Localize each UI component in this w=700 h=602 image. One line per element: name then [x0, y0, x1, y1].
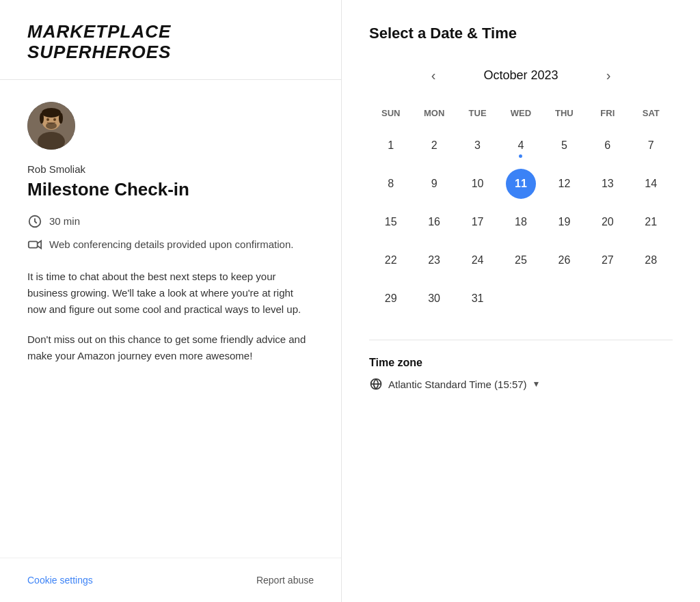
calendar-cell[interactable]: 25	[499, 241, 542, 279]
svg-rect-10	[29, 241, 38, 247]
video-icon	[27, 237, 42, 252]
calendar-grid: SUNMONTUEWEDTHUFRISAT 123456789101112131…	[369, 102, 673, 318]
next-month-button[interactable]: ›	[597, 64, 619, 86]
avatar	[27, 102, 75, 150]
calendar-cell[interactable]: 2	[412, 126, 455, 165]
duration-row: 30 min	[27, 214, 314, 229]
calendar-cell	[543, 279, 586, 318]
calendar-cell[interactable]: 28	[630, 241, 673, 279]
calendar-dow-mon: MON	[412, 102, 455, 126]
calendar-dow-fri: FRI	[586, 102, 629, 126]
svg-point-6	[46, 118, 49, 121]
calendar-cell[interactable]: 26	[543, 241, 586, 279]
calendar-cell[interactable]: 3	[456, 126, 499, 165]
calendar-cell[interactable]: 15	[369, 203, 412, 241]
calendar-dow-tue: TUE	[456, 102, 499, 126]
description-para-2: Don't miss out on this chance to get som…	[27, 331, 314, 364]
timezone-section: Time zone Atlantic Standard Time (15:57)…	[369, 340, 673, 391]
calendar-cell	[630, 279, 673, 318]
calendar-cell[interactable]: 10	[456, 165, 499, 203]
bottom-links: Cookie settings Report abuse	[0, 558, 341, 602]
panel-title: Select a Date & Time	[369, 25, 673, 42]
event-description: It is time to chat about the best next s…	[27, 269, 314, 364]
calendar-cell[interactable]: 21	[630, 203, 673, 241]
svg-point-8	[46, 122, 57, 129]
globe-icon	[369, 377, 383, 391]
month-label: October 2023	[466, 68, 576, 83]
calendar-cell[interactable]: 6	[586, 126, 629, 165]
calendar-cell[interactable]: 27	[586, 241, 629, 279]
calendar-cell[interactable]: 12	[543, 165, 586, 203]
left-panel: MARKETPLACE SUPERHEROES	[0, 0, 342, 602]
calendar-cell[interactable]: 22	[369, 241, 412, 279]
calendar-cell[interactable]: 11	[499, 165, 542, 203]
calendar-cell[interactable]: 30	[412, 279, 455, 318]
calendar-nav: ‹ October 2023 ›	[369, 64, 673, 86]
logo-area: MARKETPLACE SUPERHEROES	[0, 0, 341, 80]
duration-text: 30 min	[49, 215, 80, 227]
calendar-cell[interactable]: 31	[456, 279, 499, 318]
calendar-cell[interactable]: 14	[630, 165, 673, 203]
calendar-dow-sat: SAT	[630, 102, 673, 126]
conferencing-row: Web conferencing details provided upon c…	[27, 237, 314, 252]
calendar-cell[interactable]: 24	[456, 241, 499, 279]
calendar-cell[interactable]: 19	[543, 203, 586, 241]
timezone-label: Time zone	[369, 357, 673, 369]
svg-point-7	[53, 118, 56, 121]
right-panel: Select a Date & Time ‹ October 2023 › SU…	[342, 0, 700, 602]
calendar-cell[interactable]: 13	[586, 165, 629, 203]
timezone-chevron: ▼	[533, 379, 541, 389]
timezone-selector[interactable]: Atlantic Standard Time (15:57) ▼	[369, 377, 673, 391]
description-para-1: It is time to chat about the best next s…	[27, 269, 314, 318]
calendar-cell[interactable]: 7	[630, 126, 673, 165]
calendar-cell[interactable]: 5	[543, 126, 586, 165]
calendar-cell[interactable]: 29	[369, 279, 412, 318]
calendar-cell[interactable]: 4	[499, 126, 542, 165]
calendar-cell	[586, 279, 629, 318]
calendar-cell[interactable]: 23	[412, 241, 455, 279]
calendar-dow-wed: WED	[499, 102, 542, 126]
calendar-cell[interactable]: 20	[586, 203, 629, 241]
conferencing-text: Web conferencing details provided upon c…	[49, 238, 293, 250]
logo: MARKETPLACE SUPERHEROES	[27, 22, 314, 63]
calendar-dow-thu: THU	[543, 102, 586, 126]
clock-icon	[27, 214, 42, 229]
calendar-cell[interactable]: 18	[499, 203, 542, 241]
report-abuse-link[interactable]: Report abuse	[256, 575, 314, 586]
calendar-cell[interactable]: 16	[412, 203, 455, 241]
main-container: MARKETPLACE SUPERHEROES	[0, 0, 700, 602]
calendar-cell[interactable]: 1	[369, 126, 412, 165]
calendar-dow-sun: SUN	[369, 102, 412, 126]
prev-month-button[interactable]: ‹	[422, 64, 444, 86]
profile-content: Rob Smoliak Milestone Check-in 30 min We…	[0, 80, 341, 558]
host-name: Rob Smoliak	[27, 163, 314, 175]
calendar-cell[interactable]: 9	[412, 165, 455, 203]
calendar-cell[interactable]: 17	[456, 203, 499, 241]
event-title: Milestone Check-in	[27, 179, 314, 200]
cookie-settings-link[interactable]: Cookie settings	[27, 575, 93, 586]
calendar-cell[interactable]: 8	[369, 165, 412, 203]
timezone-value: Atlantic Standard Time (15:57)	[388, 379, 527, 390]
svg-point-5	[59, 113, 63, 124]
calendar-cell	[499, 279, 542, 318]
svg-point-4	[40, 113, 44, 124]
svg-point-3	[42, 108, 61, 118]
